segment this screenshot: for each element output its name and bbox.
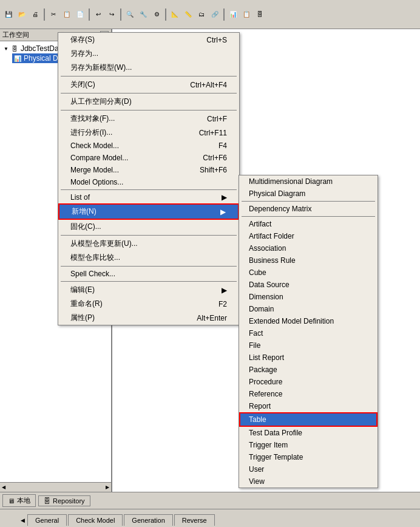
- toolbar-icon-2[interactable]: 📂: [16, 8, 28, 21]
- menu-label-find: 查找对象(F)...: [70, 114, 115, 124]
- menu-item-detach[interactable]: 从工作空间分离(D): [58, 95, 239, 109]
- submenu-item-trigger-template[interactable]: Trigger Template: [239, 451, 378, 463]
- diagram-area: 保存(S) Ctrl+S 另存为... 另存为新模型(W)... 关闭(C) C…: [112, 29, 420, 492]
- menu-item-analyze[interactable]: 进行分析(I)... Ctrl+F11: [58, 126, 239, 140]
- submenu-item-dependency[interactable]: Dependency Matrix: [239, 203, 378, 215]
- submenu-sep-1: [242, 201, 375, 202]
- submenu-item-multidimensional[interactable]: Multidimensional Diagram: [239, 175, 378, 188]
- toolbar-icon-4[interactable]: ✂: [47, 8, 59, 21]
- submenu-item-business-rule[interactable]: Business Rule: [239, 254, 378, 267]
- workspace-folder-icon: 🗄: [10, 44, 19, 53]
- scroll-right-arrow[interactable]: ▶: [104, 484, 111, 490]
- toolbar-icon-5[interactable]: 📋: [61, 8, 73, 21]
- toolbar-icon-15[interactable]: 🔗: [209, 8, 221, 21]
- toolbar-icon-12[interactable]: 📐: [169, 8, 181, 21]
- toolbar-icon-9[interactable]: 🔍: [124, 8, 136, 21]
- menu-label-compare-model: Compare Model...: [70, 154, 128, 162]
- submenu-item-domain[interactable]: Domain: [239, 303, 378, 315]
- menu-item-rename[interactable]: 重命名(R) F2: [58, 297, 239, 311]
- submenu-item-procedure[interactable]: Procedure: [239, 376, 378, 388]
- tab-check-model[interactable]: Check Model: [68, 514, 123, 526]
- submenu-label-multidimensional: Multidimensional Diagram: [249, 177, 333, 186]
- submenu-item-list-report[interactable]: List Report: [239, 352, 378, 364]
- menu-label-properties: 属性(P): [70, 313, 95, 323]
- menu-item-update-from-repo[interactable]: 从模型仓库更新(U)...: [58, 237, 239, 251]
- menu-label-update-from-repo: 从模型仓库更新(U)...: [70, 239, 138, 249]
- menu-shortcut-find: Ctrl+F: [207, 115, 227, 123]
- submenu-item-reference[interactable]: Reference: [239, 388, 378, 400]
- menu-item-close[interactable]: 关闭(C) Ctrl+Alt+F4: [58, 78, 239, 92]
- workspace-scrollbar[interactable]: ◀ ▶: [0, 482, 111, 492]
- menu-label-rename: 重命名(R): [70, 299, 103, 309]
- menu-item-find[interactable]: 查找对象(F)... Ctrl+F: [58, 112, 239, 126]
- menu-item-merge-model[interactable]: Merge Model... Shift+F6: [58, 164, 239, 176]
- tab-reverse[interactable]: Reverse: [174, 514, 215, 526]
- menu-item-compare-repo[interactable]: 模型仓库比较...: [58, 251, 239, 265]
- submenu-item-cube[interactable]: Cube: [239, 267, 378, 279]
- toolbar-icon-17[interactable]: 📋: [240, 8, 252, 21]
- submenu-item-report[interactable]: Report: [239, 400, 378, 412]
- submenu-item-view[interactable]: View: [239, 475, 378, 488]
- menu-item-save[interactable]: 保存(S) Ctrl+S: [58, 33, 239, 47]
- toolbar-icon-3[interactable]: 🖨: [29, 8, 41, 21]
- tree-expand-icon[interactable]: ▼: [4, 46, 8, 52]
- submenu-item-file[interactable]: File: [239, 339, 378, 352]
- menu-item-new[interactable]: 新增(N) ▶: [58, 203, 239, 220]
- menu-item-compare-model[interactable]: Compare Model... Ctrl+F6: [58, 152, 239, 164]
- submenu-label-trigger-template: Trigger Template: [249, 453, 303, 461]
- submenu-item-package[interactable]: Package: [239, 364, 378, 376]
- tab-generation-label: Generation: [132, 517, 164, 524]
- submenu-item-extended-model-def[interactable]: Extended Model Definition: [239, 315, 378, 327]
- scroll-tab-left[interactable]: ◀: [18, 517, 27, 523]
- local-label: 本地: [17, 496, 30, 505]
- toolbar-icon-11[interactable]: ⚙: [151, 8, 163, 21]
- scroll-left-arrow[interactable]: ◀: [0, 484, 7, 490]
- submenu-item-table[interactable]: Table: [239, 412, 378, 427]
- submenu-label-dimension: Dimension: [249, 293, 283, 301]
- submenu-item-test-data-profile[interactable]: Test Data Profile: [239, 427, 378, 439]
- menu-item-spell-check[interactable]: Spell Check...: [58, 268, 239, 280]
- menu-item-check-model[interactable]: Check Model... F4: [58, 140, 239, 152]
- submenu-item-association[interactable]: Association: [239, 242, 378, 254]
- toolbar-icon-6[interactable]: 📄: [74, 8, 86, 21]
- submenu-label-business-rule: Business Rule: [249, 256, 296, 265]
- submenu-item-artifact[interactable]: Artifact: [239, 218, 378, 230]
- menu-item-save-as[interactable]: 另存为...: [58, 47, 239, 61]
- bottom-tabs: ◀ General Check Model Generation Reverse: [0, 509, 420, 526]
- toolbar-icon-8[interactable]: ↪: [106, 8, 118, 21]
- toolbar-sep-1: [44, 8, 45, 21]
- menu-shortcut-properties: Alt+Enter: [197, 314, 227, 322]
- toolbar-icon-16[interactable]: 📊: [227, 8, 239, 21]
- submenu-item-artifact-folder[interactable]: Artifact Folder: [239, 230, 378, 242]
- menu-shortcut-close: Ctrl+Alt+F4: [190, 81, 227, 89]
- tab-general-label: General: [35, 517, 59, 524]
- menu-label-compare-repo: 模型仓库比较...: [70, 253, 120, 263]
- tab-general[interactable]: General: [27, 514, 67, 526]
- panel-tab-repository[interactable]: 🗄 Repository: [38, 495, 90, 506]
- submenu-item-user[interactable]: User: [239, 463, 378, 475]
- toolbar-icon-1[interactable]: 💾: [2, 8, 15, 21]
- menu-item-solidify[interactable]: 固化(C)...: [58, 220, 239, 234]
- toolbar-sep-3: [120, 8, 121, 21]
- bottom-panel-tabs: 🖥 本地 🗄 Repository: [0, 492, 420, 509]
- submenu-label-dependency: Dependency Matrix: [249, 205, 311, 213]
- submenu-item-data-source[interactable]: Data Source: [239, 279, 378, 291]
- toolbar-icon-18[interactable]: 🗄: [254, 8, 266, 21]
- menu-shortcut-save: Ctrl+S: [206, 36, 227, 44]
- submenu-item-trigger-item[interactable]: Trigger Item: [239, 439, 378, 451]
- menu-item-edit[interactable]: 编辑(E) ▶: [58, 283, 239, 297]
- toolbar-icon-14[interactable]: 🗂: [195, 8, 208, 21]
- submenu-item-fact[interactable]: Fact: [239, 327, 378, 339]
- tab-reverse-label: Reverse: [182, 517, 207, 524]
- menu-item-model-options[interactable]: Model Options...: [58, 176, 239, 188]
- panel-tab-local[interactable]: 🖥 本地: [2, 494, 36, 507]
- toolbar-icon-13[interactable]: 📏: [182, 8, 194, 21]
- toolbar-icon-7[interactable]: ↩: [92, 8, 104, 21]
- toolbar-icon-10[interactable]: 🔧: [137, 8, 149, 21]
- menu-item-properties[interactable]: 属性(P) Alt+Enter: [58, 311, 239, 325]
- submenu-item-physical[interactable]: Physical Diagram: [239, 188, 378, 200]
- submenu-item-dimension[interactable]: Dimension: [239, 291, 378, 303]
- tab-generation[interactable]: Generation: [124, 514, 172, 526]
- menu-item-save-as-model[interactable]: 另存为新模型(W)...: [58, 61, 239, 75]
- menu-item-list-of[interactable]: List of ▶: [58, 191, 239, 203]
